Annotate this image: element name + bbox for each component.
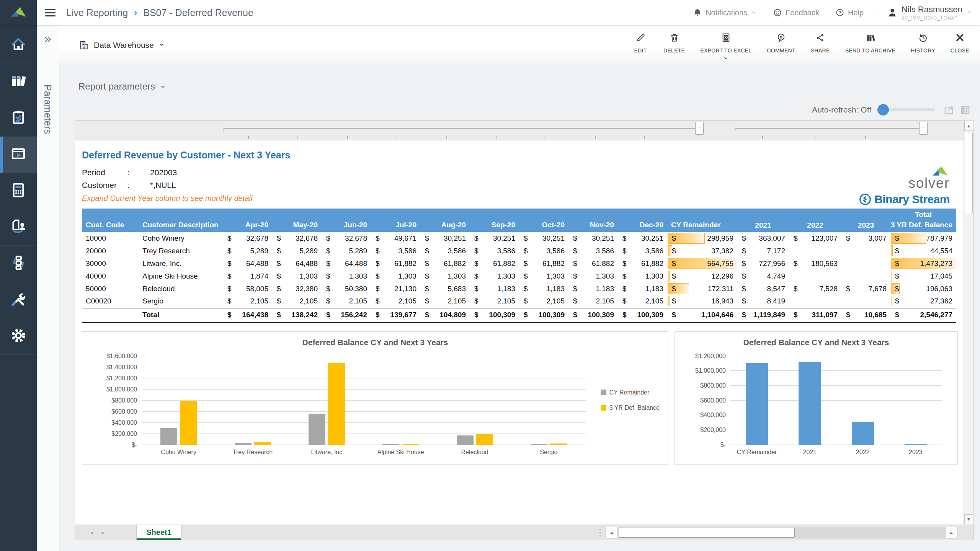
horizontal-scroll-thumb[interactable] xyxy=(619,528,795,538)
column-group-line xyxy=(735,128,919,129)
table-cell: $1,183 xyxy=(470,282,519,295)
sidebar-item-collaboration[interactable] xyxy=(0,209,37,246)
action-label: SEND TO ARCHIVE xyxy=(845,47,896,54)
column-tick xyxy=(347,136,348,139)
y-axis-tick-label: $1,400,000 xyxy=(88,364,142,371)
data-source-selector[interactable]: Data Warehouse xyxy=(78,40,165,51)
y-axis-tick-label: $1,600,000 xyxy=(88,353,142,360)
y-axis-tick-label: $600,000 xyxy=(88,408,142,415)
sheet-nav-left-icon[interactable]: ◂ xyxy=(90,529,93,536)
breadcrumb-separator-icon: › xyxy=(134,7,137,18)
delete-button[interactable]: DELETE xyxy=(663,33,685,54)
archive-icon xyxy=(865,33,875,44)
y-axis-tick-label: $200,000 xyxy=(88,430,142,437)
chevron-down-icon xyxy=(723,55,728,59)
history-icon xyxy=(918,33,928,44)
edit-button[interactable]: EDIT xyxy=(633,33,648,54)
table-row: 40000Alpine Ski House$1,874$1,303$1,303$… xyxy=(82,270,956,282)
deferred-revenue-table: TotalCust. CodeCustomer DescriptionApr-2… xyxy=(82,209,956,323)
sidebar-item-home[interactable] xyxy=(0,28,37,64)
notifications-button[interactable]: Notifications xyxy=(693,8,757,17)
column-header: Jul-20 xyxy=(371,219,420,232)
toolbar-actions: EDIT DELETEX EXPORT TO EXCEL COMMENT SHA… xyxy=(633,33,980,59)
sidebar-item-integrations[interactable] xyxy=(0,246,37,282)
collapse-group-button[interactable]: − xyxy=(919,122,928,135)
table-cell: $30,251 xyxy=(618,232,667,245)
share-button[interactable]: SHARE xyxy=(811,33,830,54)
action-label: COMMENT xyxy=(767,47,795,54)
y-axis-tick-label: $600,000 xyxy=(677,397,730,404)
horizontal-scrollbar[interactable]: ◂ ▸ xyxy=(599,527,957,538)
hamburger-menu-icon[interactable] xyxy=(45,9,56,16)
table-cell xyxy=(841,257,890,270)
sidebar-item-settings[interactable] xyxy=(0,318,37,355)
legend-item: 3 YR Def. Balance xyxy=(601,404,660,411)
sheet-nav-right-icon[interactable]: ▸ xyxy=(102,529,105,536)
feedback-label: Feedback xyxy=(786,8,819,17)
collapse-group-button[interactable]: − xyxy=(695,122,704,135)
y-axis-tick-label: $- xyxy=(677,442,730,448)
help-button[interactable]: ? Help xyxy=(835,8,864,17)
y-axis-tick-label: $1,200,000 xyxy=(677,353,730,360)
bar-3-yr-def-balance xyxy=(254,442,271,445)
history-button[interactable]: HISTORY xyxy=(911,33,935,54)
user-menu[interactable]: Nils Rasmussen 20_ISV_Demo_Tenant xyxy=(887,5,972,20)
x-axis-category-label: 2022 xyxy=(856,449,870,456)
column-group-line xyxy=(224,128,695,129)
vertical-scrollbar[interactable]: ▲ ▼ xyxy=(964,121,973,525)
sidebar-item-admin-tools[interactable] xyxy=(0,282,37,318)
auto-refresh-slider[interactable] xyxy=(877,104,935,116)
expand-parameters-icon[interactable] xyxy=(42,34,54,45)
sidebar-item-archive-binders[interactable] xyxy=(0,64,37,100)
vertical-scroll-thumb[interactable] xyxy=(965,133,973,213)
column-header: 2023 xyxy=(841,219,890,232)
svg-text:?: ? xyxy=(839,10,841,15)
table-cell: $50,380 xyxy=(322,282,371,295)
chart-legend: CY Remainder3 YR Def. Balance xyxy=(601,389,660,411)
parameters-rail-label[interactable]: Parameters xyxy=(37,52,59,167)
table-cell xyxy=(841,295,890,308)
horizontal-scroll-track[interactable] xyxy=(617,527,946,538)
expand-report-icon[interactable] xyxy=(943,104,954,116)
sheet-tab[interactable]: Sheet1 xyxy=(136,525,181,540)
trash-icon xyxy=(669,33,679,44)
grid-view-icon[interactable] xyxy=(960,104,971,116)
help-label: Help xyxy=(848,8,864,17)
scroll-up-button[interactable]: ▲ xyxy=(964,121,973,131)
sidebar-item-live-reporting[interactable] xyxy=(0,137,37,173)
slider-knob[interactable] xyxy=(877,104,889,116)
scroll-left-button[interactable]: ◂ xyxy=(606,527,617,538)
column-header: Cust. Code xyxy=(82,219,139,232)
scroll-right-button[interactable]: ▸ xyxy=(946,527,957,538)
report-parameters-toggle[interactable]: Report parameters xyxy=(78,81,166,92)
breadcrumb-section[interactable]: Live Reporting xyxy=(66,7,128,18)
scrollbar-drag-handle[interactable] xyxy=(599,529,602,536)
sidebar-item-budgeting[interactable] xyxy=(0,173,37,209)
document-user-icon xyxy=(10,218,27,236)
action-label: DELETE xyxy=(663,47,685,54)
y-axis-tick-label: $400,000 xyxy=(88,419,142,426)
solver-logo[interactable] xyxy=(0,0,37,25)
x-axis-category-label: 2023 xyxy=(909,449,923,456)
close-button[interactable]: CLOSE xyxy=(951,33,969,54)
customer-code-cell: 50000 xyxy=(82,282,139,295)
comment-button[interactable]: COMMENT xyxy=(767,33,795,54)
table-cell: $2,105 xyxy=(371,295,420,308)
table-cell: $311,097 xyxy=(789,308,841,322)
table-cell xyxy=(789,295,841,308)
report-note: Expand Current Year column to see monthl… xyxy=(82,192,964,205)
customer-code-cell: 40000 xyxy=(82,270,139,282)
customer-code-cell: 20000 xyxy=(82,245,139,257)
feedback-button[interactable]: Feedback xyxy=(773,8,819,17)
table-cell: $1,303 xyxy=(322,270,371,282)
bar-cy-remainder xyxy=(235,443,252,445)
scroll-down-button[interactable]: ▼ xyxy=(964,514,973,524)
send-to-archive-button[interactable]: SEND TO ARCHIVE xyxy=(845,33,896,54)
sidebar-item-tasks[interactable] xyxy=(0,100,37,137)
export-to-excel-button[interactable]: X EXPORT TO EXCEL xyxy=(700,33,751,59)
y-axis-tick-label: $- xyxy=(88,442,142,448)
table-cell: $100,309 xyxy=(568,308,618,322)
home-icon xyxy=(10,36,27,55)
table-cell: $172,311 xyxy=(667,282,737,295)
table-cell: $58,005 xyxy=(223,282,272,295)
